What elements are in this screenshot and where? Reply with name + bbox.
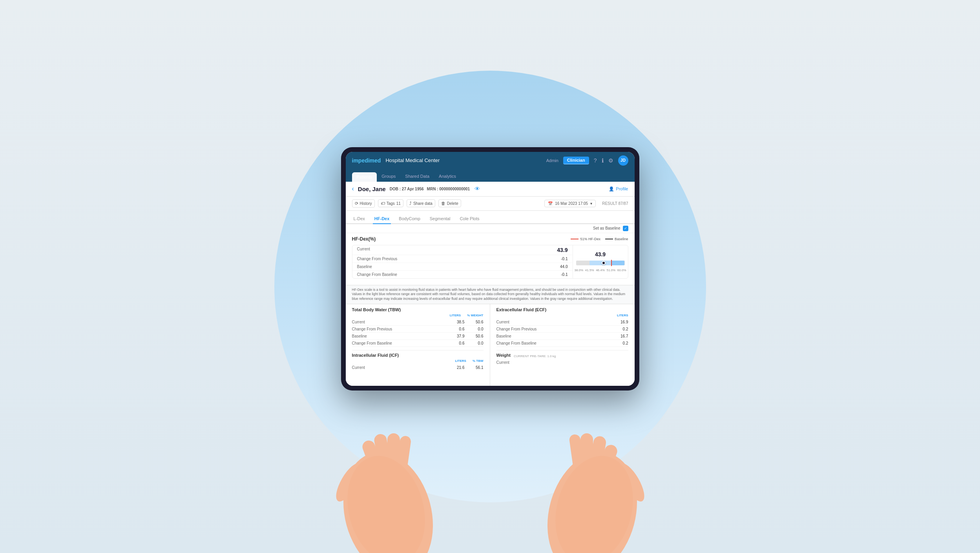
role-clinician[interactable]: Clinician xyxy=(563,157,589,164)
range-indicator xyxy=(601,259,606,267)
share-data-button[interactable]: ⤴ Share data xyxy=(407,199,435,207)
ecf-headers: LITERS xyxy=(496,314,628,317)
icf-headers: LITERS % TBW xyxy=(352,359,484,363)
delete-icon: 🗑 xyxy=(441,201,445,206)
tablet-screen: impedimed Hospital Medical Center Admin … xyxy=(346,152,635,386)
hfdex-info-text: HF-Dex scale is a tool to assist in moni… xyxy=(346,285,635,304)
tab-shared-data[interactable]: Shared Data xyxy=(400,172,434,182)
hospital-name: Hospital Medical Center xyxy=(385,157,546,163)
weight-header: Weight CURRENT PRE-TARE: 1.0 kg xyxy=(496,353,628,359)
tab-ldex[interactable]: L-Dex xyxy=(352,214,367,224)
tbw-panel: Total Body Water (TBW) LITERS % WEIGHT C… xyxy=(346,304,490,385)
brand-logo: impedimed xyxy=(352,157,381,164)
date-picker[interactable]: 📅 16 Mar 2023 17:05 ▾ xyxy=(544,200,596,207)
ecf-panel: Extracellular Fluid (ECF) LITERS Current… xyxy=(490,304,635,385)
hfdex-measurements-table: Current 43.9 Change From Previous -0.1 B… xyxy=(352,245,628,279)
range-bar xyxy=(576,259,625,267)
legend-baseline: Baseline xyxy=(605,237,628,241)
hfdex-current-row: Current 43.9 xyxy=(352,245,573,255)
hfdex-section: HF-Dex(%) 51% HF-Dex Baseline xyxy=(346,233,635,285)
weight-current-row: Current xyxy=(496,359,628,366)
hfdex-chart: 43.9 38.0% xyxy=(573,245,628,278)
tab-hfdex[interactable]: HF-Dex xyxy=(373,214,391,224)
legend-51pct: 51% HF-Dex xyxy=(571,237,600,241)
patient-header: ‹ Doe, Jane DOB : 27 Apr 1956 MRN : 0000… xyxy=(346,182,635,197)
tbw-change-baseline-values: 0.6 0.0 xyxy=(452,341,484,345)
tbw-current-row: Current 38.5 50.6 xyxy=(352,319,484,326)
weight-section: Weight CURRENT PRE-TARE: 1.0 kg Current xyxy=(496,350,628,366)
range-labels: 38.0% 41.5% 46.4% 51.0% 60.0% xyxy=(575,268,626,272)
hfdex-title: HF-Dex(%) xyxy=(352,236,376,242)
chart-main-value: 43.9 xyxy=(575,251,626,257)
tbw-change-prev-row: Change From Previous 0.6 0.0 xyxy=(352,326,484,333)
user-avatar[interactable]: JD xyxy=(618,155,628,166)
patient-dob: DOB : 27 Apr 1956 xyxy=(390,187,424,191)
hfdex-legend: 51% HF-Dex Baseline xyxy=(571,237,628,241)
visibility-icon[interactable]: 👁 xyxy=(474,186,480,192)
lower-data: Total Body Water (TBW) LITERS % WEIGHT C… xyxy=(346,304,635,385)
top-navbar: impedimed Hospital Medical Center Admin … xyxy=(346,152,635,169)
legend-red-line xyxy=(571,239,579,239)
ecf-baseline-row: Baseline 16.7 xyxy=(496,333,628,340)
tbw-headers: LITERS % WEIGHT xyxy=(352,314,484,317)
tbw-baseline-values: 37.9 50.6 xyxy=(452,334,484,338)
delete-button[interactable]: 🗑 Delete xyxy=(438,199,461,207)
tab-cole-plots[interactable]: Cole Plots xyxy=(458,214,481,224)
profile-button[interactable]: 👤 Profile xyxy=(609,186,628,192)
role-admin[interactable]: Admin xyxy=(546,158,558,163)
icf-current-row: Current 21.6 56.1 xyxy=(352,364,484,371)
ecf-current-row: Current 16.9 xyxy=(496,319,628,326)
patient-mrn: MRN : 00000000000001 xyxy=(427,187,470,191)
tag-icon: 🏷 xyxy=(381,201,385,206)
ecf-change-prev-row: Change From Previous 0.2 xyxy=(496,326,628,333)
icf-section: Intracellular Fluid (ICF) LITERS % TBW C… xyxy=(352,350,484,371)
hfdex-change-prev-row: Change From Previous -0.1 xyxy=(352,255,573,263)
main-content: Set as Baseline ✓ HF-Dex(%) 51% HF-Dex xyxy=(346,224,635,386)
patient-name: Doe, Jane xyxy=(358,186,386,192)
tbw-baseline-row: Baseline 37.9 50.6 xyxy=(352,333,484,340)
ecf-change-baseline-row: Change From Baseline 0.2 xyxy=(496,340,628,347)
range-red-line xyxy=(611,260,612,266)
range-normal xyxy=(589,261,611,265)
help-icon[interactable]: ? xyxy=(594,157,597,164)
tbw-change-baseline-row: Change From Baseline 0.6 0.0 xyxy=(352,340,484,347)
tab-bodycomp[interactable]: BodyComp xyxy=(397,214,422,224)
action-bar: ⟳ History 🏷 Tags 11 ⤴ Share data 🗑 Delet… xyxy=(346,197,635,211)
back-button[interactable]: ‹ xyxy=(352,185,354,192)
tags-button[interactable]: 🏷 Tags 11 xyxy=(378,199,403,207)
info-icon[interactable]: ℹ xyxy=(602,157,604,164)
share-icon: ⤴ xyxy=(409,201,412,206)
tab-analytics[interactable]: Analytics xyxy=(434,172,461,182)
svg-point-5 xyxy=(331,460,367,505)
settings-icon[interactable]: ⚙ xyxy=(608,157,613,164)
icf-title: Intracellular Fluid (ICF) xyxy=(352,353,484,358)
svg-point-12 xyxy=(614,460,649,505)
calendar-icon: 📅 xyxy=(548,201,553,206)
ecf-title: Extracellular Fluid (ECF) xyxy=(496,307,628,312)
baseline-row: Set as Baseline ✓ xyxy=(346,224,635,233)
content-tabs: L-Dex HF-Dex BodyComp Segmental Cole Plo… xyxy=(346,211,635,224)
tbw-change-prev-values: 0.6 0.0 xyxy=(452,327,484,331)
hfdex-change-baseline-row: Change From Baseline -0.1 xyxy=(352,271,573,278)
result-info: RESULT 87/87 xyxy=(602,201,628,206)
hfdex-header: HF-Dex(%) 51% HF-Dex Baseline xyxy=(352,236,628,242)
tab-patients[interactable]: Patients xyxy=(352,172,377,182)
legend-dark-line xyxy=(605,239,613,239)
history-button[interactable]: ⟳ History xyxy=(352,199,375,208)
tab-groups[interactable]: Groups xyxy=(377,172,400,182)
scene: impedimed Hospital Medical Center Admin … xyxy=(0,0,980,553)
hfdex-baseline-row: Baseline 44.0 xyxy=(352,263,573,271)
nav-right: Admin Clinician ? ℹ ⚙ JD xyxy=(546,155,628,166)
history-icon: ⟳ xyxy=(355,201,358,206)
checkbox-checked: ✓ xyxy=(623,226,628,231)
main-tab-nav: Patients Groups Shared Data Analytics xyxy=(346,169,635,182)
set-baseline-checkbox[interactable]: Set as Baseline ✓ xyxy=(593,226,628,231)
tab-segmental[interactable]: Segmental xyxy=(428,214,452,224)
tbw-current-values: 38.5 50.6 xyxy=(452,320,484,324)
tbw-title: Total Body Water (TBW) xyxy=(352,307,484,312)
hfdex-table-left: Current 43.9 Change From Previous -0.1 B… xyxy=(352,245,573,278)
range-dot xyxy=(602,261,606,265)
icf-current-values: 21.6 56.1 xyxy=(452,365,484,370)
chevron-down-icon: ▾ xyxy=(590,201,592,206)
tablet-device: impedimed Hospital Medical Center Admin … xyxy=(341,147,639,391)
